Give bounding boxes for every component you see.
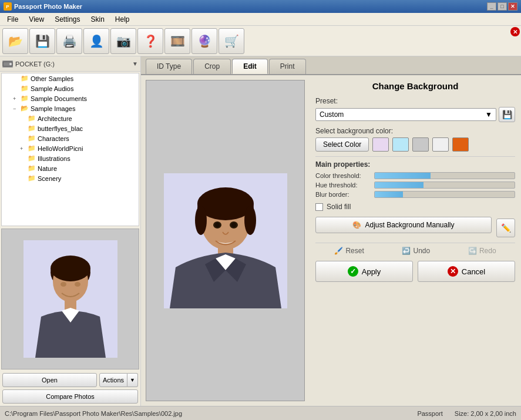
tree-item-scenery[interactable]: 📁 Scenery (2, 173, 139, 183)
solid-fill-row: Solid fill (315, 203, 515, 211)
tree-item-illustrations[interactable]: 📁 Illustrations (2, 153, 139, 163)
tab-edit[interactable]: Edit (232, 59, 268, 74)
adjust-bg-row: 🎨 Adjust Background Manually ✏️ (315, 217, 515, 239)
cancel-x-icon: ✕ (448, 266, 458, 277)
preset-save-button[interactable]: 💾 (499, 107, 515, 122)
tree-item-sample-audios[interactable]: 📁 Sample Audios (2, 83, 139, 93)
eyedropper-button[interactable]: ✏️ (496, 219, 515, 237)
main-properties-title: Main properties: (315, 160, 515, 169)
main-layout: POCKET (G:) ▼ 📁 Other Samples 📁 Sample A… (0, 56, 521, 406)
adjust-background-button[interactable]: 🎨 Adjust Background Manually (315, 217, 492, 233)
color-swatch-gray[interactable] (412, 137, 429, 152)
menu-view[interactable]: View (24, 14, 49, 25)
button-row: Open Actions ▼ (2, 373, 138, 387)
action-buttons-row: 🖌️ Reset ↩️ Undo ↪️ Redo (315, 247, 515, 255)
drive-dropdown-arrow[interactable]: ▼ (132, 61, 138, 67)
redo-button[interactable]: ↪️ Redo (468, 247, 496, 255)
blur-border-bar-container[interactable] (374, 191, 515, 198)
folder-icon: 📁 (28, 125, 36, 132)
compare-photos-button[interactable]: Compare Photos (2, 389, 138, 404)
tree-label: butterflyes_blac (38, 125, 83, 132)
menu-settings[interactable]: Settings (50, 14, 85, 25)
tree-item-helloworldpicni[interactable]: + 📁 HelloWorldPicni (2, 143, 139, 153)
folder-icon: 📁 (28, 154, 36, 162)
cancel-button[interactable]: ✕ Cancel (418, 261, 515, 282)
color-swatch-white[interactable] (432, 137, 449, 152)
tab-crop[interactable]: Crop (193, 59, 231, 74)
hue-threshold-bar-container[interactable] (374, 182, 515, 189)
preset-dropdown-arrow: ▼ (485, 110, 492, 119)
menu-skin[interactable]: Skin (86, 14, 109, 25)
toolbar: 📂 💾 🖨️ 👤 📷 ❓ 🎞️ 🔮 🛒 ✕ (0, 26, 521, 56)
select-color-button[interactable]: Select Color (315, 137, 369, 152)
tree-item-sample-documents[interactable]: + 📁 Sample Documents (2, 93, 139, 103)
film-toolbar-button[interactable]: 🎞️ (164, 28, 190, 54)
drive-icon (2, 61, 13, 68)
preset-dropdown[interactable]: Custom ▼ (315, 108, 496, 121)
color-swatch-pink[interactable] (372, 137, 389, 152)
apply-check-icon: ✓ (348, 266, 358, 277)
status-type: Passport (417, 410, 442, 417)
solid-fill-checkbox[interactable] (315, 203, 323, 211)
main-properties-section: Main properties: Color threshold: Hue th… (315, 160, 515, 198)
apply-cancel-row: ✓ Apply ✕ Cancel (315, 261, 515, 282)
eyedrop-icon: ✏️ (501, 223, 511, 233)
help-toolbar-button[interactable]: ❓ (137, 28, 163, 54)
app-title: Passport Photo Maker (14, 3, 82, 10)
svg-point-1 (9, 63, 12, 65)
right-panel: ID Type Crop Edit Print (141, 56, 521, 406)
actions-main-button[interactable]: Actions (99, 373, 127, 387)
bottom-buttons: Open Actions ▼ Compare Photos (0, 371, 140, 406)
tab-id-type[interactable]: ID Type (146, 59, 192, 74)
open-toolbar-button[interactable]: 📂 (2, 28, 28, 54)
expand-icon: + (20, 146, 26, 152)
apply-button[interactable]: ✓ Apply (315, 261, 413, 282)
close-overlay-button[interactable]: ✕ (510, 27, 520, 36)
content-area: Change Background Preset: Custom ▼ 💾 Sel… (141, 75, 521, 406)
folder-icon: 📁 (21, 85, 29, 92)
tab-print[interactable]: Print (269, 59, 306, 74)
right-sidebar: Change Background Preset: Custom ▼ 💾 Sel… (310, 75, 521, 406)
color-threshold-bar-container[interactable] (374, 172, 515, 179)
bg-color-section: Select background color: Select Color (315, 127, 515, 152)
tree-label: Architecture (38, 115, 72, 122)
preview-photo (23, 240, 117, 358)
maximize-button[interactable]: □ (498, 2, 507, 11)
svg-point-13 (195, 206, 207, 235)
tree-label: Scenery (38, 175, 61, 182)
open-button[interactable]: Open (2, 373, 97, 387)
tree-item-other-samples[interactable]: 📁 Other Samples (2, 73, 139, 83)
camera-toolbar-button[interactable]: 📷 (110, 28, 136, 54)
tab-bar: ID Type Crop Edit Print (141, 56, 521, 75)
adjust-button-label: Adjust Background Manually (365, 221, 454, 229)
color-swatch-blue[interactable] (392, 137, 409, 152)
tree-item-sample-images[interactable]: − 📂 Sample Images (2, 103, 139, 113)
tree-item-nature[interactable]: 📁 Nature (2, 163, 139, 173)
menu-file[interactable]: File (2, 14, 23, 25)
reset-button[interactable]: 🖌️ Reset (334, 247, 364, 255)
left-panel: POCKET (G:) ▼ 📁 Other Samples 📁 Sample A… (0, 56, 141, 406)
svg-point-18 (215, 223, 220, 227)
undo-button[interactable]: ↩️ Undo (402, 247, 430, 255)
tree-item-butterflyes[interactable]: 📁 butterflyes_blac (2, 123, 139, 133)
color-swatch-orange[interactable] (452, 137, 469, 152)
close-button[interactable]: ✕ (508, 2, 517, 11)
folder-icon: 📁 (21, 75, 29, 82)
drive-label: POCKET (G:) (15, 61, 130, 68)
print-toolbar-button[interactable]: 🖨️ (56, 28, 82, 54)
reset-label: Reset (345, 247, 364, 255)
status-size: Size: 2,00 x 2,00 inch (455, 410, 516, 417)
reset-icon: 🖌️ (334, 247, 343, 255)
tree-item-characters[interactable]: 📁 Characters (2, 133, 139, 143)
cart-toolbar-button[interactable]: 🛒 (219, 28, 244, 54)
save-toolbar-button[interactable]: 💾 (29, 28, 55, 54)
wizard-toolbar-button[interactable]: 🔮 (191, 28, 217, 54)
folder-icon: 📁 (21, 95, 29, 102)
person-toolbar-button[interactable]: 👤 (83, 28, 109, 54)
minimize-button[interactable]: _ (487, 2, 496, 11)
actions-dropdown-button[interactable]: ▼ (127, 373, 138, 387)
blur-border-bar (375, 191, 403, 197)
tree-item-architecture[interactable]: 📁 Architecture (2, 113, 139, 123)
menu-help[interactable]: Help (110, 14, 135, 25)
drive-selector[interactable]: POCKET (G:) ▼ (0, 56, 140, 72)
